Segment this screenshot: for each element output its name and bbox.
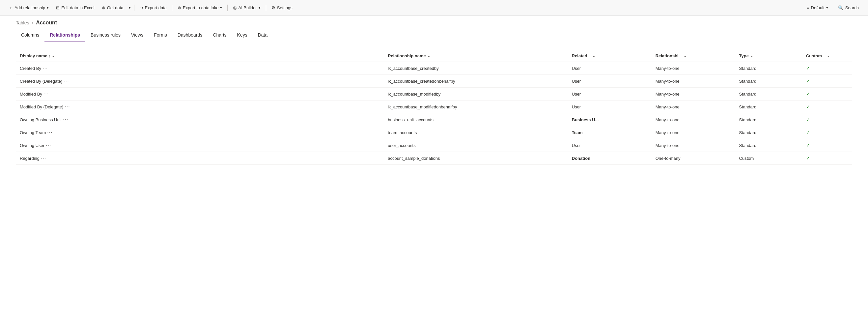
add-relationship-button[interactable]: ＋ Add relationship ▾ (5, 3, 52, 13)
separator-1 (134, 5, 134, 11)
cell-display-name: Created By··· (16, 62, 384, 75)
separator-3 (227, 5, 228, 11)
ai-builder-button[interactable]: ◎ AI Builder ▾ (229, 3, 264, 12)
cell-custom: ✓ (802, 62, 852, 75)
display-name-value: Created By (20, 66, 41, 71)
table-header-row: Display name ↑ ⌄ Relationship name ⌄ Rel… (16, 50, 852, 62)
breadcrumb-separator: › (32, 20, 33, 25)
row-context-menu[interactable]: ··· (44, 142, 52, 149)
row-context-menu[interactable]: ··· (39, 154, 48, 162)
cell-relationship-name: business_unit_accounts (384, 113, 568, 126)
filter-icon: ≡ (807, 5, 809, 10)
cell-type: Standard (735, 139, 802, 152)
checkmark-icon: ✓ (806, 117, 810, 122)
tab-dashboards[interactable]: Dashboards (172, 28, 208, 42)
get-data-dropdown-button[interactable]: ▾ (127, 4, 132, 12)
cell-custom: ✓ (802, 113, 852, 126)
rel-name-filter-icon: ⌄ (427, 54, 430, 58)
cell-display-name: Created By (Delegate)··· (16, 75, 384, 88)
cell-related: Donation (568, 152, 652, 165)
ai-icon: ◎ (233, 5, 237, 10)
toolbar-left-group: ＋ Add relationship ▾ ⊞ Edit data in Exce… (5, 3, 296, 13)
row-context-menu[interactable]: ··· (42, 90, 50, 97)
edit-excel-label: Edit data in Excel (61, 5, 94, 10)
lake-icon: ⊛ (178, 5, 181, 10)
edit-excel-button[interactable]: ⊞ Edit data in Excel (53, 3, 97, 12)
tab-columns[interactable]: Columns (16, 28, 44, 42)
content-area: Display name ↑ ⌄ Relationship name ⌄ Rel… (0, 42, 868, 165)
cell-relationship-name: lk_accountbase_createdby (384, 62, 568, 75)
tab-keys[interactable]: Keys (232, 28, 253, 42)
table-row: Owning Business Unit···business_unit_acc… (16, 113, 852, 126)
col-header-related[interactable]: Related... ⌄ (568, 50, 652, 62)
row-context-menu[interactable]: ··· (62, 78, 70, 84)
checkmark-icon: ✓ (806, 79, 810, 84)
display-name-value: Owning User (20, 143, 44, 148)
cell-display-name: Owning Business Unit··· (16, 113, 384, 126)
cell-display-name: Regarding··· (16, 152, 384, 165)
cell-display-name: Modified By··· (16, 88, 384, 100)
separator-4 (266, 5, 266, 11)
row-context-menu[interactable]: ··· (63, 103, 71, 110)
export-data-label: Export data (145, 5, 167, 10)
cell-type: Custom (735, 152, 802, 165)
breadcrumb-parent-link[interactable]: Tables (16, 20, 29, 25)
settings-button[interactable]: ⚙ Settings (268, 3, 296, 12)
export-lake-label: Export to data lake (183, 5, 218, 10)
row-context-menu[interactable]: ··· (41, 65, 49, 71)
ai-chevron-icon: ▾ (258, 6, 260, 10)
table-row: Created By (Delegate)···lk_accountbase_c… (16, 75, 852, 88)
get-data-button[interactable]: ⊚ Get data (98, 3, 127, 12)
cell-type: Standard (735, 88, 802, 100)
col-header-relationship-name[interactable]: Relationship name ⌄ (384, 50, 568, 62)
search-button[interactable]: 🔍 Search (834, 3, 863, 12)
row-context-menu[interactable]: ··· (46, 129, 54, 136)
plus-icon: ＋ (8, 5, 13, 11)
ai-builder-label: AI Builder (238, 5, 257, 10)
col-header-type[interactable]: Type ⌄ (735, 50, 802, 62)
search-icon: 🔍 (838, 5, 843, 10)
lake-chevron-icon: ▾ (220, 6, 222, 10)
tab-data[interactable]: Data (253, 28, 273, 42)
cell-relationship-type: Many-to-one (652, 88, 735, 100)
col-header-display-name[interactable]: Display name ↑ ⌄ (16, 50, 384, 62)
export-lake-button[interactable]: ⊛ Export to data lake ▾ (174, 3, 225, 12)
cell-custom: ✓ (802, 88, 852, 100)
breadcrumb-current: Account (36, 20, 57, 26)
cell-custom: ✓ (802, 100, 852, 113)
row-context-menu[interactable]: ··· (62, 116, 69, 123)
export-data-button[interactable]: ⇢ Export data (136, 3, 170, 12)
cell-related: User (568, 139, 652, 152)
tab-relationships[interactable]: Relationships (44, 28, 85, 42)
breadcrumb: Tables › Account (0, 16, 868, 26)
cell-related: Business U... (568, 113, 652, 126)
cell-related: User (568, 62, 652, 75)
tab-forms[interactable]: Forms (149, 28, 172, 42)
tab-charts[interactable]: Charts (208, 28, 231, 42)
cell-relationship-type: Many-to-one (652, 113, 735, 126)
settings-icon: ⚙ (272, 5, 275, 10)
tab-business-rules[interactable]: Business rules (85, 28, 126, 42)
col-header-relationship-type[interactable]: Relationshi... ⌄ (652, 50, 735, 62)
default-label: Default (811, 5, 825, 10)
checkmark-icon: ✓ (806, 130, 810, 135)
cell-relationship-type: One-to-many (652, 152, 735, 165)
cell-related: User (568, 75, 652, 88)
cell-relationship-type: Many-to-one (652, 100, 735, 113)
display-name-value: Modified By (20, 92, 42, 96)
col-header-custom[interactable]: Custom... ⌄ (802, 50, 852, 62)
relationships-table: Display name ↑ ⌄ Relationship name ⌄ Rel… (16, 50, 852, 165)
cell-custom: ✓ (802, 126, 852, 139)
cell-relationship-name: team_accounts (384, 126, 568, 139)
toolbar: ＋ Add relationship ▾ ⊞ Edit data in Exce… (0, 0, 868, 16)
table-row: Created By···lk_accountbase_createdbyUse… (16, 62, 852, 75)
excel-icon: ⊞ (56, 5, 60, 10)
toolbar-right-group: ≡ Default ▾ 🔍 Search (803, 3, 863, 12)
table-row: Owning Team···team_accountsTeamMany-to-o… (16, 126, 852, 139)
cell-relationship-name: lk_accountbase_modifiedby (384, 88, 568, 100)
reltype-filter-icon: ⌄ (684, 54, 686, 58)
default-chevron-icon: ▾ (826, 6, 828, 10)
default-button[interactable]: ≡ Default ▾ (803, 3, 831, 12)
tab-views[interactable]: Views (126, 28, 149, 42)
cell-type: Standard (735, 75, 802, 88)
